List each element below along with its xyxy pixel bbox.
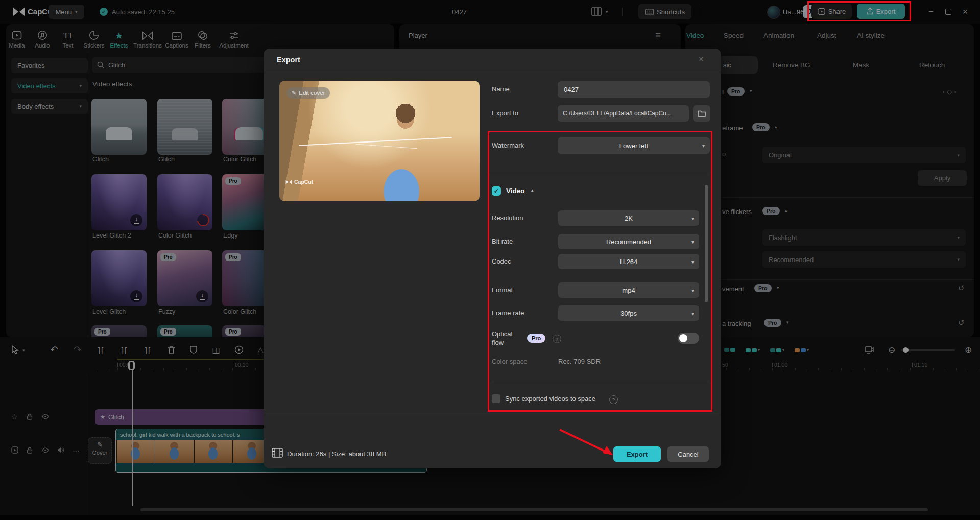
- export-to-field[interactable]: C:/Users/DELL/AppData/Local/CapCu...: [558, 105, 689, 122]
- delete-left-icon[interactable]: ][: [118, 344, 131, 356]
- effect-card-level-glitch[interactable]: ↓: [91, 250, 147, 306]
- speed-icon[interactable]: [233, 344, 245, 356]
- tab-ai-stylize[interactable]: AI stylize: [857, 32, 885, 39]
- chevron-down-icon: ▾: [75, 9, 78, 14]
- playhead-handle[interactable]: [128, 361, 135, 370]
- track-display-toggle[interactable]: [724, 348, 735, 352]
- effect-card-level-glitch-2[interactable]: ↓: [91, 174, 147, 230]
- annotation-rect-settings: [488, 131, 712, 412]
- layout-panels-icon[interactable]: [591, 7, 602, 16]
- flicker-strength-dropdown[interactable]: Recommended ▾: [762, 251, 966, 268]
- ribbon-tab-adjustment[interactable]: Adjustment: [215, 28, 253, 49]
- sidebar-item-favorites[interactable]: Favorites: [11, 58, 88, 73]
- tab-adjust[interactable]: Adjust: [817, 32, 836, 39]
- tab-speed[interactable]: Speed: [724, 32, 744, 39]
- section-title: Video effects: [92, 80, 132, 88]
- track-display-toggle[interactable]: ▾: [770, 348, 784, 352]
- effect-card-glitch-1[interactable]: [91, 99, 147, 155]
- delete-right-icon[interactable]: ][: [142, 344, 154, 356]
- slider-knob[interactable]: [903, 347, 909, 353]
- autosave-status: Auto saved: 22:15:25: [112, 8, 175, 16]
- card-art: [106, 127, 132, 140]
- effect-card-fuzzy[interactable]: Pro ↓: [157, 250, 212, 306]
- effect-card-partial[interactable]: Pro: [91, 325, 147, 337]
- track-header-divider: [86, 374, 86, 515]
- subtab-retouch[interactable]: Retouch: [919, 61, 945, 69]
- dialog-close-icon[interactable]: ×: [699, 54, 704, 64]
- chevron-down-icon: ▾: [758, 348, 760, 352]
- subtab-mask[interactable]: Mask: [853, 61, 869, 69]
- preview-axis-icon[interactable]: [863, 344, 875, 356]
- sidebar-item-video-effects[interactable]: Video effects ▾: [11, 78, 88, 93]
- edit-cover-button[interactable]: ✎ Edit cover: [286, 87, 330, 99]
- effect-card-color-glitch-2[interactable]: [157, 174, 212, 230]
- track-display-toggle[interactable]: ▾: [795, 348, 809, 352]
- name-input[interactable]: 0427: [558, 81, 710, 98]
- ribbon-tab-label: Adjustment: [215, 42, 253, 49]
- chevron-down-icon[interactable]: ▾: [750, 88, 752, 93]
- flicker-type-dropdown[interactable]: Flashlight ▾: [762, 229, 966, 246]
- browse-folder-button[interactable]: [693, 105, 710, 122]
- playhead-line[interactable]: [132, 361, 133, 506]
- zoom-in-icon[interactable]: ⊕: [962, 344, 974, 356]
- layout-chevron-icon[interactable]: ▾: [606, 9, 608, 14]
- export-info: Duration: 26s | Size: about 38 MB: [287, 450, 386, 458]
- chevron-down-icon[interactable]: ▾: [777, 285, 779, 290]
- effect-card-label: Level Glitch: [92, 308, 126, 315]
- tab-video[interactable]: Video: [686, 32, 704, 39]
- close-button[interactable]: ×: [959, 5, 972, 18]
- dialog-export-button[interactable]: Export: [613, 446, 661, 462]
- dialog-cancel-button[interactable]: Cancel: [667, 446, 709, 462]
- redo-icon[interactable]: ↷: [71, 343, 84, 356]
- apply-button[interactable]: Apply: [918, 170, 967, 186]
- undo-icon[interactable]: ↶: [48, 343, 60, 356]
- pro-badge: Pro: [752, 123, 770, 131]
- eye-icon[interactable]: [42, 447, 49, 453]
- timeline-zoom-slider[interactable]: [901, 349, 955, 351]
- effect-card-glitch-2[interactable]: [157, 99, 212, 155]
- select-tool-chevron-icon[interactable]: ▾: [22, 348, 25, 353]
- track-display-toggle[interactable]: ▾: [746, 348, 760, 352]
- capcut-logo-icon: [13, 7, 25, 17]
- mirror-icon[interactable]: ◫: [210, 344, 222, 356]
- chevron-down-icon[interactable]: ▾: [786, 320, 789, 325]
- minimize-button[interactable]: −: [924, 5, 938, 18]
- lock-icon[interactable]: [27, 413, 33, 420]
- mask-icon[interactable]: [187, 344, 200, 356]
- timeline-scrollbar[interactable]: [140, 508, 928, 511]
- player-menu-icon[interactable]: ≡: [655, 30, 661, 41]
- shortcuts-button[interactable]: Shortcuts: [638, 4, 691, 19]
- effect-card-label: Color Glitch: [158, 232, 192, 239]
- sidebar-item-label: Body effects: [17, 103, 54, 110]
- zoom-out-icon[interactable]: ⊖: [886, 344, 898, 356]
- subtab-remove-bg[interactable]: Remove BG: [773, 61, 810, 69]
- reset-icon[interactable]: ↺: [958, 283, 965, 293]
- export-to-value: C:/Users/DELL/AppData/Local/CapCu...: [563, 110, 684, 117]
- clip-thumb-icon: [776, 348, 781, 352]
- ruler-tick: [117, 363, 118, 367]
- subtab-basic[interactable]: sic: [717, 56, 758, 74]
- speaker-icon[interactable]: [57, 447, 64, 453]
- chevron-up-icon[interactable]: ▴: [775, 124, 777, 129]
- effect-card-partial[interactable]: Pro: [157, 325, 212, 337]
- cover-button[interactable]: ✎ Cover: [88, 437, 112, 464]
- select-tool-icon[interactable]: [9, 344, 21, 356]
- pro-badge: Pro: [764, 319, 781, 327]
- ruler-label: 00:10: [233, 362, 248, 368]
- eye-icon[interactable]: [42, 414, 49, 419]
- keyframe-icons[interactable]: ‹◇›: [943, 88, 959, 96]
- tab-animation[interactable]: Animation: [763, 32, 794, 39]
- reset-icon[interactable]: ↺: [958, 318, 965, 327]
- sidebar-item-body-effects[interactable]: Body effects ▾: [11, 99, 88, 114]
- split-icon[interactable]: ][: [95, 344, 107, 356]
- menu-button[interactable]: Menu▾: [49, 5, 84, 19]
- avatar[interactable]: [767, 6, 780, 19]
- chevron-up-icon[interactable]: ▴: [785, 208, 787, 213]
- keyboard-icon: [645, 9, 654, 15]
- more-options-icon[interactable]: ⋯: [73, 446, 80, 455]
- lock-icon[interactable]: [27, 447, 33, 454]
- ratio-dropdown[interactable]: Original ▾: [762, 147, 966, 163]
- maximize-button[interactable]: [942, 5, 955, 18]
- delete-icon[interactable]: [165, 344, 177, 356]
- effect-card-label: Color Glitch: [223, 308, 256, 315]
